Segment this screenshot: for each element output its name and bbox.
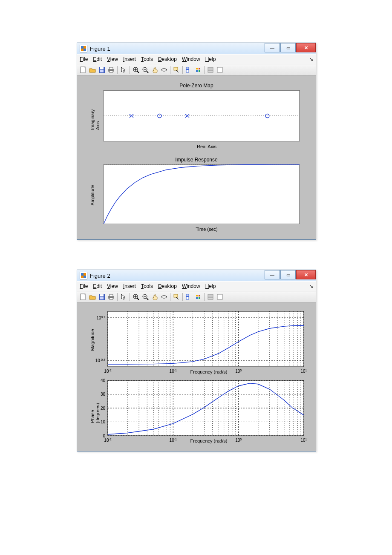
plot2-ylabel: Amplitude: [90, 185, 95, 206]
plot1-title: Pole-Zero Map: [83, 82, 310, 90]
pointer-icon[interactable]: [119, 66, 128, 74]
menu-window[interactable]: Window: [182, 283, 200, 289]
close-button[interactable]: ✕: [296, 43, 316, 52]
titlebar[interactable]: Figure 1 — ▭ ✕: [77, 43, 316, 54]
print-icon[interactable]: [107, 66, 115, 74]
svg-rect-63: [100, 297, 104, 299]
zoom-in-icon[interactable]: [132, 66, 140, 74]
toolbar: [77, 64, 316, 76]
svg-rect-80: [199, 295, 200, 296]
window-title: Figure 2: [90, 273, 110, 279]
svg-rect-26: [217, 67, 222, 72]
svg-rect-23: [208, 67, 213, 72]
svg-rect-48: [104, 164, 300, 224]
svg-rect-21: [196, 70, 198, 72]
window-title: Figure 1: [90, 46, 110, 52]
menu-window[interactable]: Window: [182, 56, 200, 62]
menu-edit[interactable]: Edit: [93, 56, 102, 62]
rotate3d-icon[interactable]: [160, 66, 168, 74]
menu-insert[interactable]: Insert: [123, 283, 136, 289]
svg-text:10: 10: [101, 420, 106, 424]
svg-point-74: [161, 296, 167, 298]
link-icon[interactable]: [194, 293, 202, 301]
minimize-button[interactable]: —: [265, 43, 280, 52]
pan-icon[interactable]: [150, 293, 159, 301]
legend-icon[interactable]: [216, 66, 224, 74]
svg-rect-20: [199, 68, 200, 69]
impulse-plot: 0-1-2-3 00.511.522.5: [104, 164, 300, 224]
figure-window-2: Figure 2 — ▭ ✕ File Edit View Insert Too…: [77, 270, 316, 451]
svg-rect-6: [110, 71, 113, 72]
colorbar-icon[interactable]: [206, 66, 215, 74]
maximize-button[interactable]: ▭: [280, 270, 296, 279]
save-icon[interactable]: [98, 293, 106, 301]
svg-rect-82: [199, 297, 200, 299]
menu-insert[interactable]: Insert: [123, 56, 136, 62]
svg-rect-62: [100, 294, 104, 296]
new-icon[interactable]: [79, 293, 87, 301]
legend-icon[interactable]: [216, 293, 224, 301]
close-button[interactable]: ✕: [296, 270, 316, 279]
rotate3d-icon[interactable]: [160, 293, 168, 301]
pointer-icon[interactable]: [119, 293, 128, 301]
new-icon[interactable]: [79, 66, 87, 74]
bode-phase-plot: 403020100 10-2 10-1 100 101: [108, 380, 304, 436]
bode-magnitude-plot: 100.1 10-0.4 10-2 10-1 100 101: [108, 311, 304, 367]
svg-point-14: [161, 69, 167, 71]
plot2-title: Impulse Response: [83, 156, 310, 164]
svg-line-12: [147, 71, 148, 73]
toolbar: [77, 291, 316, 303]
svg-rect-79: [196, 295, 198, 296]
zoom-out-icon[interactable]: [141, 293, 150, 301]
svg-rect-19: [196, 68, 198, 69]
menu-view[interactable]: View: [107, 283, 118, 289]
menu-desktop[interactable]: Desktop: [158, 283, 177, 289]
plot4-xlabel: Frequency (rad/s): [108, 437, 310, 443]
dock-icon[interactable]: ↘: [309, 57, 313, 62]
colorbar-icon[interactable]: [206, 293, 215, 301]
plot1-xlabel: Real Axis: [104, 143, 310, 149]
minimize-button[interactable]: —: [265, 270, 280, 279]
menu-desktop[interactable]: Desktop: [158, 56, 177, 62]
zoom-in-icon[interactable]: [132, 293, 140, 301]
plot3-xlabel: Frequency (rad/s): [108, 368, 310, 374]
svg-rect-75: [174, 294, 178, 297]
datacursor-icon[interactable]: [172, 293, 181, 301]
svg-line-16: [176, 70, 179, 72]
menu-tools[interactable]: Tools: [141, 56, 153, 62]
menubar: File Edit View Insert Tools Desktop Wind…: [77, 281, 316, 291]
maximize-button[interactable]: ▭: [280, 43, 296, 52]
svg-rect-65: [110, 294, 113, 296]
svg-line-76: [176, 297, 179, 299]
titlebar[interactable]: Figure 2 — ▭ ✕: [77, 270, 316, 281]
svg-rect-5: [110, 67, 113, 69]
menu-file[interactable]: File: [80, 283, 88, 289]
svg-text:20: 20: [101, 406, 106, 411]
menu-file[interactable]: File: [80, 56, 88, 62]
dock-icon[interactable]: ↘: [309, 284, 313, 289]
pole-zero-plot: 10.50-0.5-1 -3.5-3-2.5-2-1.5-1-0.50: [104, 90, 300, 141]
datacursor-icon[interactable]: [172, 66, 181, 74]
link-icon[interactable]: [194, 66, 202, 74]
app-logo-icon: [80, 45, 87, 52]
menu-edit[interactable]: Edit: [93, 283, 102, 289]
svg-rect-2: [100, 67, 104, 69]
menu-view[interactable]: View: [107, 56, 118, 62]
svg-line-68: [137, 298, 139, 300]
menu-tools[interactable]: Tools: [141, 283, 153, 289]
brush-icon[interactable]: [184, 66, 193, 74]
menu-help[interactable]: Help: [205, 56, 216, 62]
svg-text:100.1: 100.1: [96, 316, 105, 321]
open-icon[interactable]: [88, 66, 97, 74]
pan-icon[interactable]: [150, 66, 159, 74]
menu-help[interactable]: Help: [205, 283, 216, 289]
save-icon[interactable]: [98, 66, 106, 74]
svg-rect-3: [100, 70, 104, 72]
svg-rect-15: [174, 67, 178, 70]
svg-rect-81: [196, 297, 198, 299]
brush-icon[interactable]: [184, 293, 193, 301]
open-icon[interactable]: [88, 293, 97, 301]
zoom-out-icon[interactable]: [141, 66, 150, 74]
svg-rect-78: [186, 296, 189, 297]
print-icon[interactable]: [107, 293, 115, 301]
